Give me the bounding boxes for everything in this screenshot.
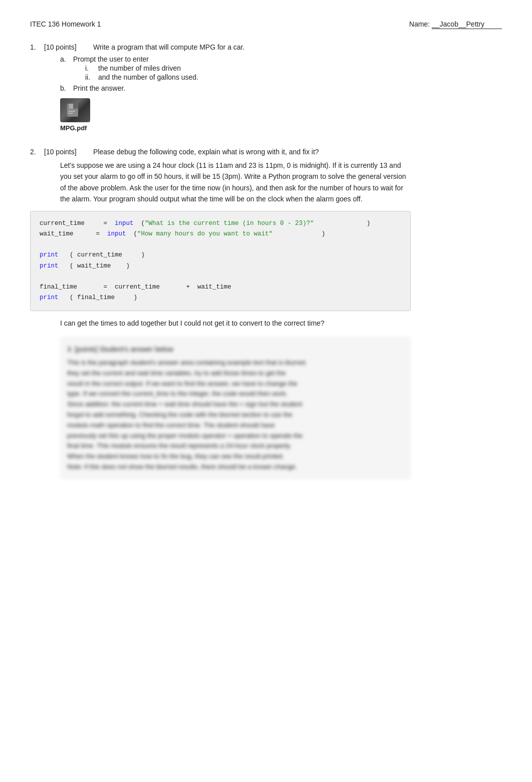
q1-sub-a-content: Prompt the user to enter i. the number o… <box>73 55 198 82</box>
q1-ii-text: and the number of gallons used. <box>98 73 198 81</box>
name-field: Name: __Jacob__Pettry <box>409 20 502 29</box>
blurred-line-10: Note: if this does not show the blurred … <box>67 462 404 472</box>
cl3-body: ( current_time ) <box>59 250 145 260</box>
q1-i-label: i. <box>85 64 94 72</box>
student-name: __Jacob__Pettry <box>432 20 502 29</box>
code-line-6: print ( final_time ) <box>40 293 401 303</box>
code-line-3: print ( current_time ) <box>40 250 401 260</box>
blurred-line-0: This is the paragraph student's answer a… <box>67 358 404 368</box>
blurred-line-7: previously set this up using the proper … <box>67 431 404 441</box>
pdf-label: MPG.pdf <box>60 124 87 132</box>
q1-sub-a: a. Prompt the user to enter i. the numbe… <box>60 55 502 82</box>
cl5-eq: = current_time + wait_time <box>77 282 231 293</box>
code-line-5: final_time = current_time + wait_time <box>40 282 401 293</box>
cl1-var: current_time <box>40 218 85 229</box>
blurred-line-5: forgot to add something. Checking the co… <box>67 410 404 420</box>
cl2-paren1: ( <box>126 229 138 239</box>
q1-sub-a-label: a. <box>60 55 69 63</box>
q1-sub-sub-i: i. the number of miles driven <box>85 64 198 72</box>
cl6-body: ( final_time ) <box>59 293 138 303</box>
blurred-answer-section: 3. [points] Student's answer below This … <box>60 337 411 479</box>
cl2-paren2: ) <box>273 229 325 239</box>
q1-sub-a-text: Prompt the user to enter <box>73 55 149 63</box>
blurred-line-1: they set the current and wait time varia… <box>67 368 404 379</box>
code-line-1: current_time = input ( "What is the curr… <box>40 218 401 229</box>
q1-i-text: the number of miles driven <box>98 64 181 72</box>
cl1-str: "What is the current time (in hours 0 - … <box>145 218 314 229</box>
code-blank-1 <box>40 239 401 250</box>
cl5-var: final_time <box>40 282 77 293</box>
q2-number: 2. <box>30 148 40 156</box>
course-title: ITEC 136 Homework 1 <box>30 20 101 28</box>
cl1-paren2: ) <box>314 218 371 229</box>
q1-sub-b-text: Print the answer. <box>73 84 125 92</box>
blurred-line-9: When the student knows how to fix the bu… <box>67 451 404 462</box>
blurred-line-4: Since addition: the current time + wait … <box>67 399 404 410</box>
svg-rect-4 <box>68 113 73 114</box>
pdf-attachment: MPG.pdf <box>60 98 502 132</box>
q1-sub-sub-list: i. the number of miles driven ii. and th… <box>85 64 198 81</box>
svg-rect-3 <box>68 111 75 112</box>
question-1: 1. [10 points] Write a program that will… <box>30 43 502 132</box>
cl1-input: input <box>115 218 134 229</box>
code-block: current_time = input ( "What is the curr… <box>30 211 411 311</box>
q1-text: Write a program that will compute MPG fo… <box>93 43 244 51</box>
blurred-line-8: final time. This modulo ensures the resu… <box>67 441 404 451</box>
pdf-icon[interactable] <box>60 98 90 122</box>
cl3-print: print <box>40 250 59 260</box>
question-2-title: 2. [10 points] Please debug the followin… <box>30 148 502 156</box>
cl6-print: print <box>40 293 59 303</box>
cl2-var: wait_time <box>40 229 74 239</box>
q1-sub-list: a. Prompt the user to enter i. the numbe… <box>60 55 502 92</box>
q1-sub-b: b. Print the answer. <box>60 84 502 92</box>
cl1-eq: = <box>85 218 115 229</box>
blurred-line-6: modulo math operation to find the correc… <box>67 420 404 431</box>
cl4-body: ( wait_time ) <box>59 261 130 272</box>
blurred-line-2: result in the correct output. If we want… <box>67 379 404 389</box>
name-label: Name: <box>409 20 430 28</box>
svg-rect-2 <box>73 104 78 109</box>
q1-number: 1. <box>30 43 40 51</box>
follow-up-text: I can get the times to add together but … <box>60 318 411 329</box>
question-2: 2. [10 points] Please debug the followin… <box>30 148 502 479</box>
cl1-paren1: ( <box>134 218 145 229</box>
blurred-line-3: type. If we convert the current_time to … <box>67 389 404 399</box>
q1-sub-sub-ii: ii. and the number of gallons used. <box>85 73 198 81</box>
page-header: ITEC 136 Homework 1 Name: __Jacob__Pettr… <box>30 20 502 29</box>
cl2-input: input <box>107 229 126 239</box>
code-line-2: wait_time = input ( "How many hours do y… <box>40 229 401 239</box>
pdf-svg <box>66 103 84 118</box>
q2-body: Let's suppose we are using a 24 hour clo… <box>60 160 411 205</box>
cl2-eq: = <box>74 229 108 239</box>
cl4-print: print <box>40 261 59 272</box>
q1-points: [10 points] <box>44 43 89 51</box>
question-1-title: 1. [10 points] Write a program that will… <box>30 43 502 51</box>
q1-sub-b-label: b. <box>60 84 69 92</box>
q2-text: Please debug the following code, explain… <box>93 148 319 156</box>
q1-ii-label: ii. <box>85 73 94 81</box>
q2-points: [10 points] <box>44 148 89 156</box>
blurred-title: 3. [points] Student's answer below <box>67 344 404 355</box>
cl2-str: "How many hours do you want to wait" <box>137 229 273 239</box>
pdf-icon-inner <box>60 98 90 122</box>
code-blank-2 <box>40 272 401 282</box>
code-line-4: print ( wait_time ) <box>40 261 401 272</box>
